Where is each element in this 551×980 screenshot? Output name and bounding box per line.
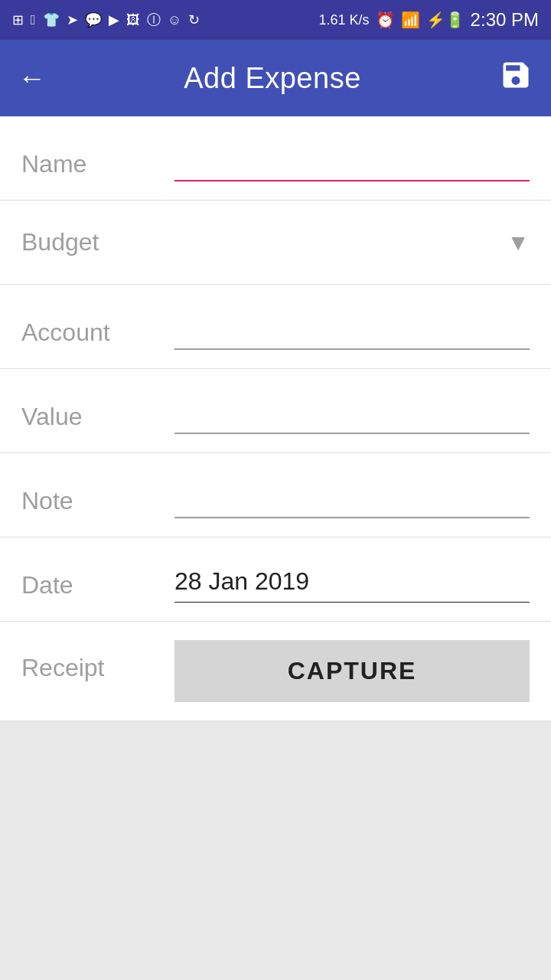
note-input-wrap [174,482,530,521]
note-label: Note [21,487,174,521]
save-button[interactable] [499,58,533,99]
account-input[interactable] [174,313,530,350]
name-row: Name [0,116,551,201]
status-time: 2:30 PM [471,9,539,31]
receipt-label: Receipt [21,654,174,688]
back-button[interactable]: ← [18,62,46,94]
value-input-wrap [174,397,530,437]
signal-icon: 📶 [401,11,420,29]
capture-button[interactable]: CAPTURE [174,640,530,702]
battery-icon: ⚡🔋 [426,11,465,29]
name-input[interactable] [174,145,530,181]
app-bar: ← Add Expense [0,40,551,116]
alarm-icon: ⏰ [376,11,395,29]
value-label: Value [21,403,174,437]
value-input[interactable] [174,397,530,434]
note-row: Note [0,453,551,537]
name-label: Name [21,150,174,185]
account-row: Account [0,285,551,369]
dropdown-arrow-icon: ▼ [507,230,530,256]
budget-row[interactable]: Budget ▼ [0,201,551,285]
date-label: Date [21,571,174,606]
account-label: Account [21,318,174,353]
status-bar-right: 1.61 K/s ⏰ 📶 ⚡🔋 2:30 PM [319,9,539,31]
name-input-wrap [174,145,530,185]
speed-indicator: 1.61 K/s [319,12,370,28]
status-icons-left: ⊞  👕 ➤ 💬 ▶ 🖼 Ⓘ ☺ ↻ [12,11,201,29]
date-value[interactable]: 28 Jan 2019 [174,567,530,603]
note-input[interactable] [174,482,530,518]
page-title: Add Expense [184,62,361,95]
value-row: Value [0,369,551,453]
account-input-wrap [174,313,530,353]
status-bar: ⊞  👕 ➤ 💬 ▶ 🖼 Ⓘ ☺ ↻ 1.61 K/s ⏰ 📶 ⚡🔋 2:30… [0,0,551,40]
budget-label: Budget [21,228,507,256]
receipt-row: Receipt CAPTURE [0,622,551,721]
date-input-wrap: 28 Jan 2019 [174,567,530,606]
date-row: Date 28 Jan 2019 [0,537,551,622]
expense-form: Name Budget ▼ Account Value Note Date 28… [0,116,551,721]
status-bar-left: ⊞  👕 ➤ 💬 ▶ 🖼 Ⓘ ☺ ↻ [12,11,201,29]
